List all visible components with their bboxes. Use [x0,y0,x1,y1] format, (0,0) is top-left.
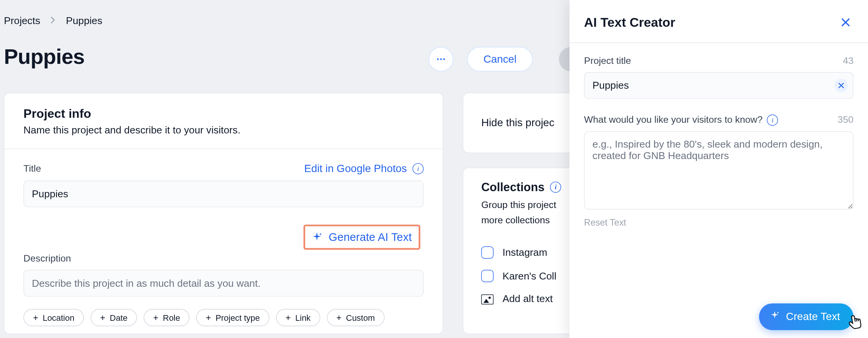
edit-google-photos-link[interactable]: Edit in Google Photos i [304,162,424,175]
ai-text-creator-panel: AI Text Creator Project title 43 What wo… [569,0,868,338]
collection-label: Karen's Coll [503,270,556,282]
plus-icon: + [153,313,158,322]
chip-custom[interactable]: +Custom [327,309,384,326]
panel-project-title-count: 43 [843,55,853,67]
plus-icon: + [336,313,342,322]
chip-link[interactable]: +Link [276,309,320,326]
panel-title: AI Text Creator [584,15,675,30]
cancel-button[interactable]: Cancel [467,47,533,72]
chip-role[interactable]: +Role [144,309,189,326]
page-title: Puppies [4,45,85,69]
generate-ai-text-label: Generate AI Text [329,231,412,244]
plus-icon: + [286,313,291,322]
collections-heading-text: Collections [481,180,544,194]
collection-label: Instagram [503,247,547,258]
plus-icon: + [100,313,106,322]
create-text-button[interactable]: Create Text [759,303,853,330]
plus-icon: + [206,313,211,322]
info-icon[interactable]: i [550,182,561,193]
plus-icon: + [33,313,38,322]
project-info-heading: Project info [23,107,424,121]
hide-project-text: Hide this projec [481,117,554,128]
edit-google-photos-text: Edit in Google Photos [304,162,407,175]
checkbox-icon[interactable] [481,270,493,282]
panel-prompt-textarea[interactable] [584,131,853,210]
chevron-right-icon [50,16,56,26]
generate-ai-text-button[interactable]: Generate AI Text [303,224,420,250]
panel-project-title-label: Project title [584,55,631,67]
chip-date[interactable]: +Date [91,309,137,326]
reset-text-link[interactable]: Reset Text [584,218,626,228]
more-actions-button[interactable]: ··· [429,47,453,72]
info-icon[interactable]: i [767,115,778,126]
info-icon[interactable]: i [413,163,424,174]
chip-label: Link [295,313,310,322]
chip-project-type[interactable]: +Project type [196,309,269,326]
panel-prompt-label: What would you like your visitors to kno… [584,115,778,126]
title-label: Title [23,163,41,174]
chip-label: Date [110,313,127,322]
project-info-subheading: Name this project and describe it to you… [23,125,424,136]
sparkle-icon [311,231,323,243]
metadata-chips: +Location +Date +Role +Project type +Lin… [23,309,424,326]
project-title-input[interactable] [23,180,424,207]
chip-location[interactable]: +Location [23,309,84,326]
chip-label: Custom [346,313,375,322]
breadcrumb-root[interactable]: Projects [4,15,40,27]
project-info-card: Project info Name this project and descr… [4,93,443,334]
sparkle-icon [769,310,780,324]
breadcrumb: Projects Puppies [4,15,102,27]
image-icon [481,294,493,304]
create-text-label: Create Text [786,310,840,323]
chip-label: Project type [215,313,260,322]
clear-input-icon[interactable] [834,79,848,92]
checkbox-icon[interactable] [481,247,493,259]
collections-heading: Collections i [481,180,561,194]
close-icon[interactable] [838,15,853,30]
chip-label: Role [163,313,180,322]
description-input[interactable] [23,270,424,297]
chip-label: Location [42,313,74,322]
panel-project-title-input[interactable] [584,72,853,99]
description-label: Description [23,253,424,264]
alt-text-label: Add alt text [503,293,553,305]
breadcrumb-current[interactable]: Puppies [66,15,102,27]
panel-prompt-count: 350 [838,115,853,126]
